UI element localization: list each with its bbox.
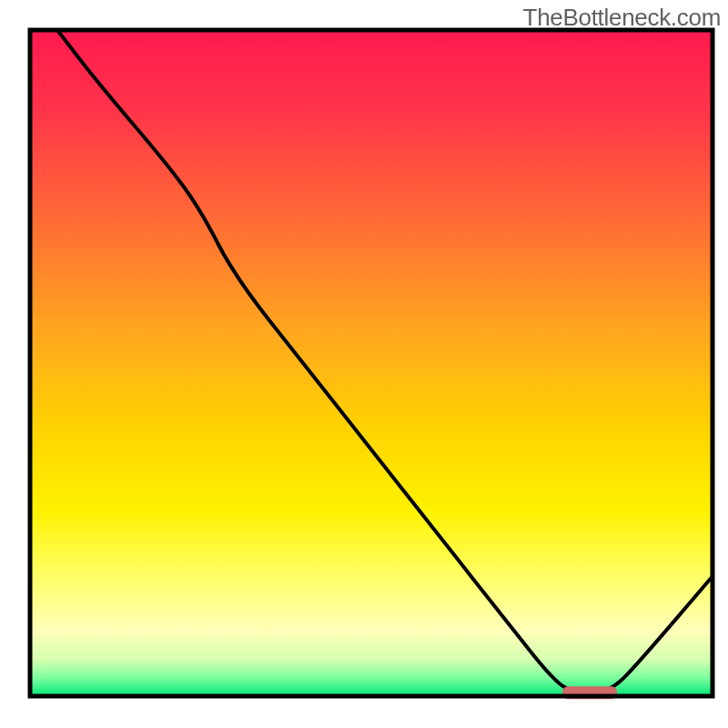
watermark-text: TheBottleneck.com — [523, 4, 721, 32]
gradient-background — [30, 30, 713, 696]
bottleneck-chart — [0, 0, 728, 728]
